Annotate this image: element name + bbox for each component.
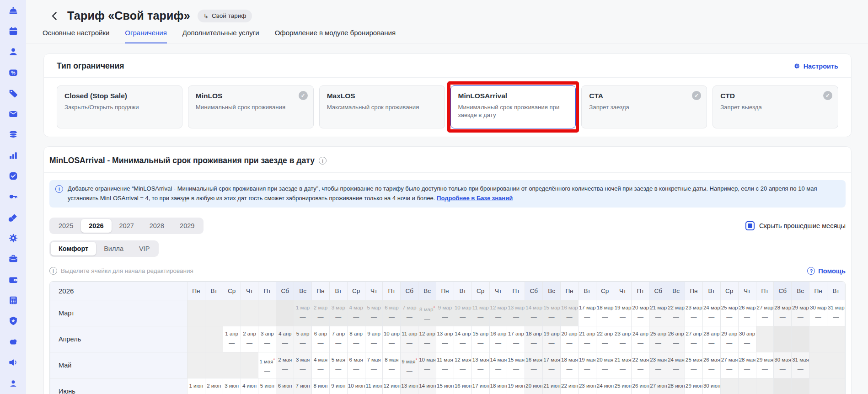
date-cell[interactable]: 25 июн— xyxy=(614,378,632,394)
date-cell[interactable]: 13 мар— xyxy=(507,300,525,326)
date-cell[interactable]: 13 июн— xyxy=(401,378,418,394)
date-cell[interactable]: 17 мар— xyxy=(578,300,596,326)
date-cell[interactable]: 10 июн— xyxy=(347,378,365,394)
date-cell[interactable]: 27 июн— xyxy=(649,378,667,394)
date-cell[interactable]: 22 мар— xyxy=(667,300,685,326)
date-cell[interactable]: 28 апр— xyxy=(702,326,720,352)
date-cell[interactable]: 11 апр— xyxy=(401,326,418,352)
date-cell[interactable]: 20 мар— xyxy=(632,300,649,326)
wallet-icon[interactable] xyxy=(0,269,26,290)
megaphone-icon[interactable] xyxy=(0,352,26,373)
date-cell[interactable]: 7 мар— xyxy=(401,300,418,326)
date-cell[interactable]: 31 мая— xyxy=(792,352,809,378)
date-cell[interactable]: 25 мая— xyxy=(685,352,703,378)
date-cell[interactable]: 20 мая— xyxy=(596,352,614,378)
date-cell[interactable]: 15 мар— xyxy=(543,300,561,326)
date-cell[interactable]: 10 апр— xyxy=(383,326,401,352)
date-cell[interactable]: 7 июн— xyxy=(294,378,312,394)
date-cell[interactable]: 9 мар— xyxy=(436,300,454,326)
date-cell[interactable]: 30 июн— xyxy=(702,378,720,394)
room-tab-villa[interactable]: Вилла xyxy=(96,242,131,256)
case-icon[interactable] xyxy=(0,249,26,269)
date-cell[interactable]: 25 мар— xyxy=(720,300,738,326)
date-cell[interactable]: 28 июн— xyxy=(667,378,685,394)
date-cell[interactable]: 9 июн— xyxy=(329,378,347,394)
calendar-icon[interactable] xyxy=(0,21,26,41)
knowledge-base-link[interactable]: Подробнее в Базе знаний xyxy=(437,195,513,202)
date-cell[interactable]: 6 июн— xyxy=(276,378,294,394)
configure-button[interactable]: Настроить xyxy=(793,63,838,70)
mail-icon[interactable] xyxy=(0,103,26,124)
date-cell[interactable]: 10 мар— xyxy=(454,300,472,326)
date-cell[interactable]: 16 мар— xyxy=(561,300,579,326)
back-button[interactable] xyxy=(48,10,60,22)
date-cell[interactable]: 5 июн— xyxy=(258,378,276,394)
calculator-icon[interactable] xyxy=(0,290,26,310)
date-cell[interactable]: 7 апр— xyxy=(329,326,347,352)
date-cell[interactable]: 17 мая— xyxy=(543,352,561,378)
date-cell[interactable]: 18 мар— xyxy=(596,300,614,326)
date-cell[interactable]: 29 апр— xyxy=(720,326,738,352)
date-cell[interactable]: 18 июн— xyxy=(489,378,507,394)
date-cell[interactable]: 11 мая— xyxy=(436,352,454,378)
chart-icon[interactable] xyxy=(0,145,26,165)
date-cell[interactable]: 12 мар— xyxy=(489,300,507,326)
date-cell[interactable]: 6 мар— xyxy=(383,300,401,326)
service-bell-icon[interactable] xyxy=(0,0,26,21)
date-cell[interactable]: 1 июн— xyxy=(188,378,205,394)
date-cell[interactable]: 23 мар— xyxy=(685,300,703,326)
date-cell[interactable]: 9 апр— xyxy=(365,326,383,352)
date-cell[interactable]: 24 мар— xyxy=(702,300,720,326)
date-cell[interactable]: 19 мая— xyxy=(578,352,596,378)
date-cell[interactable]: 4 апр— xyxy=(276,326,294,352)
date-cell[interactable]: 4 июн— xyxy=(241,378,258,394)
date-cell[interactable]: 16 июн— xyxy=(454,378,472,394)
date-cell[interactable]: 26 июн— xyxy=(632,378,649,394)
tab-booking-module[interactable]: Оформление в модуле бронирования xyxy=(275,29,396,43)
date-cell[interactable]: 22 апр— xyxy=(596,326,614,352)
date-cell[interactable]: 21 мая— xyxy=(614,352,632,378)
key-icon[interactable] xyxy=(0,186,26,207)
restriction-card-maxlos[interactable]: MaxLOS Максимальный срок проживания xyxy=(319,85,445,128)
date-cell[interactable]: 12 июн— xyxy=(383,378,401,394)
hide-past-checkbox[interactable] xyxy=(745,221,755,230)
room-tab-komfort[interactable]: Комфорт xyxy=(51,242,96,256)
year-tab-2027[interactable]: 2027 xyxy=(112,219,142,233)
date-cell[interactable]: 16 мая— xyxy=(525,352,543,378)
date-cell[interactable]: 14 июн— xyxy=(418,378,436,394)
date-cell[interactable]: 24 мая— xyxy=(667,352,685,378)
date-cell[interactable]: 4 мая— xyxy=(312,352,330,378)
date-cell[interactable]: 3 мар— xyxy=(329,300,347,326)
date-cell[interactable]: 31 мар— xyxy=(827,300,845,326)
date-cell[interactable]: 20 апр— xyxy=(561,326,579,352)
date-cell[interactable]: 16 апр— xyxy=(489,326,507,352)
date-cell[interactable]: 26 мая— xyxy=(702,352,720,378)
date-cell[interactable]: 3 мая— xyxy=(294,352,312,378)
date-cell[interactable]: 30 мая— xyxy=(774,352,792,378)
date-cell[interactable]: 29 мая— xyxy=(756,352,774,378)
date-cell[interactable]: 18 апр— xyxy=(525,326,543,352)
date-cell[interactable]: 30 апр— xyxy=(738,326,756,352)
date-cell[interactable]: 22 июн— xyxy=(561,378,579,394)
date-cell[interactable]: 17 июн— xyxy=(472,378,489,394)
cleaning-icon[interactable] xyxy=(0,207,26,228)
settings-icon[interactable] xyxy=(0,228,26,248)
date-cell[interactable]: 6 апр— xyxy=(312,326,330,352)
help-link[interactable]: ? Помощь xyxy=(807,267,846,275)
year-tab-2025[interactable]: 2025 xyxy=(51,219,81,233)
date-cell[interactable]: 23 апр— xyxy=(614,326,632,352)
date-cell[interactable]: 2 мар— xyxy=(312,300,330,326)
date-cell[interactable]: 1 апр— xyxy=(223,326,241,352)
restriction-card-cta[interactable]: CTA Запрет заезда ✓ xyxy=(581,85,707,128)
room-tab-vip[interactable]: VIP xyxy=(131,242,157,256)
date-cell[interactable]: 2 июн— xyxy=(205,378,223,394)
date-cell[interactable]: 14 мая— xyxy=(489,352,507,378)
year-tab-2028[interactable]: 2028 xyxy=(142,219,172,233)
discount-icon[interactable]: % xyxy=(0,62,26,83)
date-cell[interactable]: 13 апр— xyxy=(436,326,454,352)
date-cell[interactable]: 24 апр— xyxy=(632,326,649,352)
date-cell[interactable]: 5 мая— xyxy=(329,352,347,378)
date-cell[interactable]: 1 мая*— xyxy=(258,352,276,378)
date-cell[interactable]: 3 июн— xyxy=(223,378,241,394)
date-cell[interactable]: 6 мая— xyxy=(347,352,365,378)
